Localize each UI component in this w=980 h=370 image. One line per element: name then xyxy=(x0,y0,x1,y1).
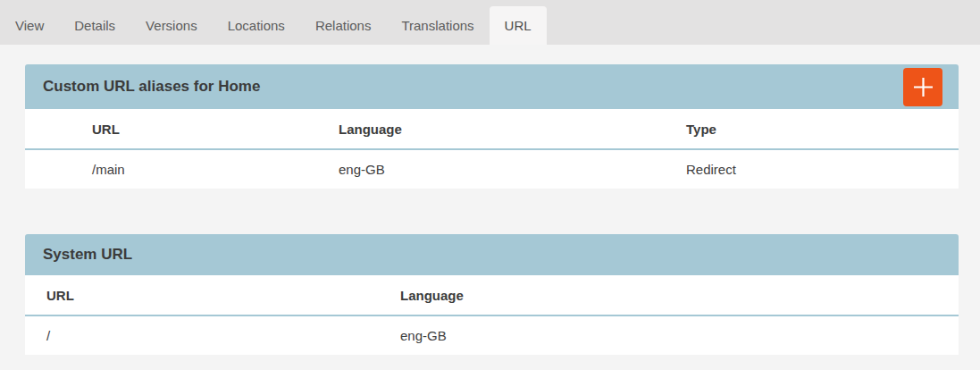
tab-versions[interactable]: Versions xyxy=(130,6,213,45)
custom-aliases-section: Custom URL aliases for Home URL Language… xyxy=(25,64,959,189)
column-header-language: Language xyxy=(317,109,665,149)
system-url-header: System URL xyxy=(25,234,959,275)
system-url-section: System URL URL Language / eng-GB xyxy=(25,234,959,355)
add-alias-button[interactable] xyxy=(903,68,942,106)
table-row: /main eng-GB Redirect xyxy=(25,149,959,189)
system-url-title: System URL xyxy=(43,246,942,264)
custom-aliases-title: Custom URL aliases for Home xyxy=(43,78,903,96)
system-url-cell: / xyxy=(25,315,379,355)
alias-language-cell: eng-GB xyxy=(317,149,665,189)
tab-details[interactable]: Details xyxy=(59,6,130,45)
custom-aliases-header: Custom URL aliases for Home xyxy=(25,64,959,109)
column-header-language: Language xyxy=(379,275,959,315)
system-url-header-row: URL Language xyxy=(25,275,959,315)
tab-url[interactable]: URL xyxy=(490,6,547,45)
section-gap xyxy=(25,189,959,234)
plus-icon xyxy=(913,77,934,97)
tab-relations[interactable]: Relations xyxy=(300,6,387,45)
system-language-cell: eng-GB xyxy=(379,315,959,355)
table-row: / eng-GB xyxy=(25,315,959,355)
alias-url-cell: /main xyxy=(71,149,317,189)
tab-bar: View Details Versions Locations Relation… xyxy=(0,0,980,45)
custom-aliases-table: URL Language Type /main eng-GB Redirect xyxy=(25,109,959,189)
column-header-url: URL xyxy=(25,275,379,315)
system-url-table: URL Language / eng-GB xyxy=(25,275,959,355)
custom-aliases-header-row: URL Language Type xyxy=(25,109,959,149)
tab-locations[interactable]: Locations xyxy=(213,6,300,45)
empty-select-cell xyxy=(25,149,71,189)
url-tab-content: Custom URL aliases for Home URL Language… xyxy=(0,45,980,355)
tab-translations[interactable]: Translations xyxy=(386,6,489,45)
alias-type-cell: Redirect xyxy=(665,149,959,189)
tab-view[interactable]: View xyxy=(0,6,59,45)
empty-select-column xyxy=(25,109,71,149)
column-header-type: Type xyxy=(665,109,959,149)
column-header-url: URL xyxy=(71,109,317,149)
